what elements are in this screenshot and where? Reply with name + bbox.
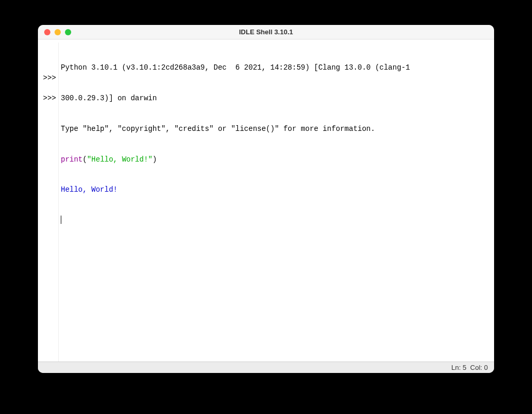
prompt: >>> [38, 73, 56, 84]
close-icon[interactable] [44, 29, 50, 35]
banner-line: Type "help", "copyright", "credits" or "… [61, 124, 494, 135]
banner-line: Python 3.10.1 (v3.10.1:2cd268a3a9, Dec 6… [61, 63, 494, 73]
function-name: print [61, 155, 83, 164]
col-label: Col: [470, 364, 482, 371]
shell-text-area[interactable]: Python 3.10.1 (v3.10.1:2cd268a3a9, Dec 6… [59, 43, 494, 362]
maximize-icon[interactable] [65, 29, 71, 35]
paren-close: ) [152, 155, 156, 164]
prompt: >>> [38, 94, 56, 104]
titlebar[interactable]: IDLE Shell 3.10.1 [38, 25, 494, 39]
banner-line: 300.0.29.3)] on darwin [61, 94, 494, 104]
cursor-icon [61, 216, 61, 224]
line-label: Ln: [451, 364, 461, 371]
window-title: IDLE Shell 3.10.1 [239, 28, 293, 36]
string-literal: "Hello, World!" [87, 155, 152, 164]
traffic-lights [38, 29, 71, 35]
gutter-blank [38, 63, 56, 73]
idle-window: IDLE Shell 3.10.1 >>> >>> Python 3.10.1 … [38, 25, 494, 373]
col-value: 0 [484, 364, 488, 371]
prompt-gutter: >>> >>> [38, 43, 59, 362]
gutter-blank [38, 83, 56, 94]
shell-content[interactable]: >>> >>> Python 3.10.1 (v3.10.1:2cd268a3a… [38, 39, 494, 362]
current-input-line[interactable] [61, 216, 494, 226]
input-line: print("Hello, World!") [61, 155, 494, 165]
statusbar: Ln: 5 Col: 0 [38, 362, 494, 373]
gutter-blank [38, 53, 56, 63]
minimize-icon[interactable] [55, 29, 61, 35]
line-value: 5 [463, 364, 467, 371]
output-line: Hello, World! [61, 185, 494, 195]
gutter-blank [38, 43, 56, 53]
